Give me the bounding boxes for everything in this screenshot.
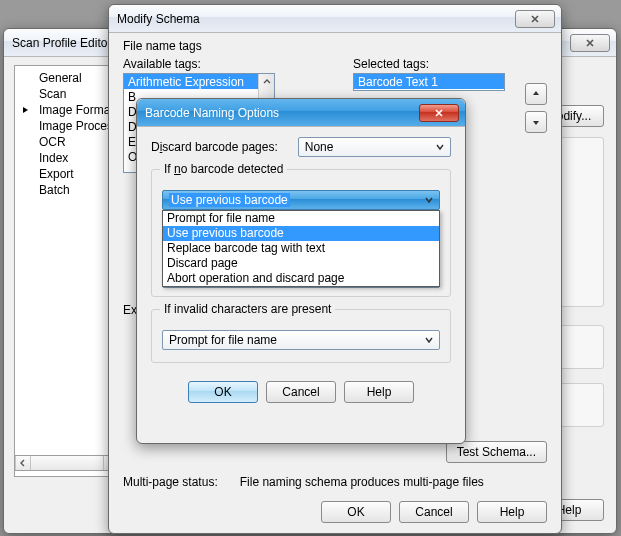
tree-item-index[interactable]: Index — [15, 150, 119, 166]
selected-tags-label: Selected tags: — [353, 57, 429, 71]
scroll-up-icon[interactable] — [259, 74, 274, 90]
dropdown-option[interactable]: Replace barcode tag with text — [163, 241, 439, 256]
chevron-down-icon — [421, 331, 437, 349]
no-barcode-action-combo[interactable]: Use previous barcode — [162, 190, 440, 210]
list-item[interactable]: Barcode Text 1 — [354, 74, 504, 89]
test-schema-button[interactable]: Test Schema... — [446, 441, 547, 463]
profile-section-tree[interactable]: General Scan Image Format Image Processi… — [14, 65, 120, 477]
close-icon[interactable] — [515, 10, 555, 28]
arrow-down-icon — [531, 117, 541, 127]
barcode-naming-options-dialog: Barcode Naming Options Discard barcode p… — [136, 98, 466, 444]
if-no-barcode-group: If no barcode detected Use previous barc… — [151, 169, 451, 297]
selected-tags-listbox[interactable]: Barcode Text 1 — [353, 73, 505, 91]
help-button[interactable]: Help — [344, 381, 414, 403]
tree-item-image-format[interactable]: Image Format — [15, 102, 119, 118]
available-tags-label: Available tags: — [123, 57, 201, 71]
combo-value: Prompt for file name — [169, 333, 277, 347]
chevron-down-icon — [432, 138, 448, 156]
tree-item-scan[interactable]: Scan — [15, 86, 119, 102]
tree-item-general[interactable]: General — [15, 70, 119, 86]
if-no-barcode-legend: If no barcode detected — [160, 162, 287, 176]
arrow-up-icon — [531, 89, 541, 99]
ok-button[interactable]: OK — [188, 381, 258, 403]
example-label-prefix: Ex — [123, 303, 137, 317]
tree-horizontal-scrollbar[interactable] — [14, 455, 120, 471]
barcode-naming-options-titlebar: Barcode Naming Options — [137, 99, 465, 127]
tree-item-image-processing[interactable]: Image Processing — [15, 118, 119, 134]
tree-item-ocr[interactable]: OCR — [15, 134, 119, 150]
ok-button[interactable]: OK — [321, 501, 391, 523]
dropdown-option[interactable]: Prompt for file name — [163, 211, 439, 226]
cancel-button[interactable]: Cancel — [266, 381, 336, 403]
close-icon[interactable] — [419, 104, 459, 122]
barcode-naming-options-title: Barcode Naming Options — [143, 106, 419, 120]
discard-barcode-pages-combo[interactable]: None — [298, 137, 451, 157]
multi-page-status-label: Multi-page status: — [123, 475, 218, 489]
combo-value: None — [305, 140, 334, 154]
list-item[interactable]: Arithmetic Expression — [124, 74, 258, 89]
cancel-button[interactable]: Cancel — [399, 501, 469, 523]
combo-value: Use previous barcode — [169, 193, 290, 207]
move-up-button[interactable] — [525, 83, 547, 105]
no-barcode-action-dropdown-list[interactable]: Prompt for file name Use previous barcod… — [162, 210, 440, 287]
dropdown-option[interactable]: Use previous barcode — [163, 226, 439, 241]
discard-barcode-pages-label: Discard barcode pages: — [151, 140, 278, 154]
dropdown-option[interactable]: Discard page — [163, 256, 439, 271]
close-icon[interactable] — [570, 34, 610, 52]
move-down-button[interactable] — [525, 111, 547, 133]
tree-item-batch[interactable]: Batch — [15, 182, 119, 198]
if-invalid-chars-group: If invalid characters are present Prompt… — [151, 309, 451, 363]
multi-page-status-row: Multi-page status: File naming schema pr… — [123, 475, 484, 489]
modify-schema-titlebar: Modify Schema — [109, 5, 561, 33]
chevron-down-icon — [421, 191, 437, 209]
if-invalid-chars-legend: If invalid characters are present — [160, 302, 335, 316]
multi-page-status-value: File naming schema produces multi-page f… — [240, 475, 484, 489]
modify-schema-title: Modify Schema — [115, 12, 515, 26]
file-name-tags-label: File name tags — [123, 39, 202, 53]
invalid-chars-action-combo[interactable]: Prompt for file name — [162, 330, 440, 350]
dropdown-option[interactable]: Abort operation and discard page — [163, 271, 439, 286]
tree-item-export[interactable]: Export — [15, 166, 119, 182]
help-button[interactable]: Help — [477, 501, 547, 523]
scroll-left-icon[interactable] — [15, 456, 31, 470]
